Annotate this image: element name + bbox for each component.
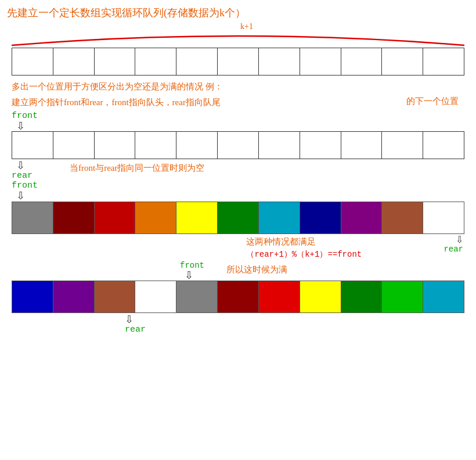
s-cell-5 [218, 131, 259, 159]
cell-0 [12, 48, 53, 76]
cell-4 [176, 48, 218, 76]
s-cell-7 [300, 131, 341, 159]
c1-cell-4 [176, 202, 218, 234]
c1-cell-0 [12, 202, 53, 234]
c2-cell-3 [135, 281, 176, 313]
arc-svg [12, 31, 464, 48]
c2-cell-2 [95, 281, 136, 313]
c1-cell-3 [135, 202, 176, 234]
rear-label-1: rear [12, 171, 33, 181]
c1-cell-2 [95, 202, 136, 234]
c1-cell-9 [382, 202, 423, 234]
c2-cell-10 [423, 281, 464, 313]
s-cell-2 [95, 131, 136, 159]
full-cond2: （rear+1）%（k+1）==front [246, 249, 362, 261]
cell-9 [382, 48, 423, 76]
front-label-1: front [12, 111, 38, 121]
front-arrow-3: ⇩ [185, 270, 193, 281]
s-cell-4 [176, 131, 218, 159]
full-cond1: 这两种情况都满足 [246, 235, 316, 249]
c1-cell-10 [423, 202, 464, 234]
rear-label-3: rear [125, 325, 146, 335]
rear-label-2: rear [443, 245, 463, 254]
cell-3 [135, 48, 176, 76]
cell-7 [300, 48, 341, 76]
s-cell-0 [12, 131, 53, 159]
s-cell-9 [382, 131, 423, 159]
desc2: 建立两个指针front和rear，front指向队头，rear指向队尾 [12, 96, 221, 109]
rear-arrow-3: ⇩ [125, 314, 134, 325]
first-array [12, 48, 464, 76]
s-cell-3 [135, 131, 176, 159]
cell-8 [341, 48, 383, 76]
c2-cell-8 [341, 281, 383, 313]
front-arrow-1: ⇩ [16, 121, 25, 131]
c1-cell-5 [218, 202, 259, 234]
empty-cond: 当front与rear指向同一位置时则为空 [70, 161, 204, 175]
s-cell-10 [423, 131, 464, 159]
c2-cell-1 [53, 281, 95, 313]
front-arrow-2: ⇩ [16, 191, 25, 201]
desc1: 多出一个位置用于方便区分出为空还是为满的情况 例： [12, 80, 464, 94]
rear-arrow-2: ⇩ [456, 235, 463, 245]
colored-array-1 [12, 202, 464, 234]
s-cell-8 [341, 131, 383, 159]
k1-label: k+1 [24, 22, 469, 31]
front-label-3: front [180, 261, 204, 270]
c2-cell-6 [259, 281, 300, 313]
colored-array-2 [12, 281, 464, 313]
c2-cell-5 [218, 281, 259, 313]
front-label-2: front [12, 181, 38, 191]
c2-cell-7 [300, 281, 341, 313]
c2-cell-4 [176, 281, 218, 313]
c2-cell-0 [12, 281, 53, 313]
c1-cell-8 [341, 202, 383, 234]
c1-cell-1 [53, 202, 95, 234]
cell-10 [423, 48, 464, 76]
second-array [12, 131, 464, 159]
s-cell-6 [259, 131, 300, 159]
full-cond3: 所以这时候为满 [226, 263, 287, 276]
cell-2 [95, 48, 136, 76]
arc-container [12, 31, 464, 48]
cell-6 [259, 48, 300, 76]
c2-cell-9 [382, 281, 423, 313]
desc2b: 的下一个位置 [406, 96, 464, 107]
cell-1 [53, 48, 95, 76]
s-cell-1 [53, 131, 95, 159]
page-container: 先建立一个定长数组实现循环队列(存储数据为k个） k+1 多出一个位置用于方便区… [0, 0, 476, 340]
c1-cell-6 [259, 202, 300, 234]
page-title: 先建立一个定长数组实现循环队列(存储数据为k个） [7, 6, 469, 20]
rear-arrow-1: ⇩ [16, 160, 25, 171]
c1-cell-7 [300, 202, 341, 234]
cell-5 [218, 48, 259, 76]
